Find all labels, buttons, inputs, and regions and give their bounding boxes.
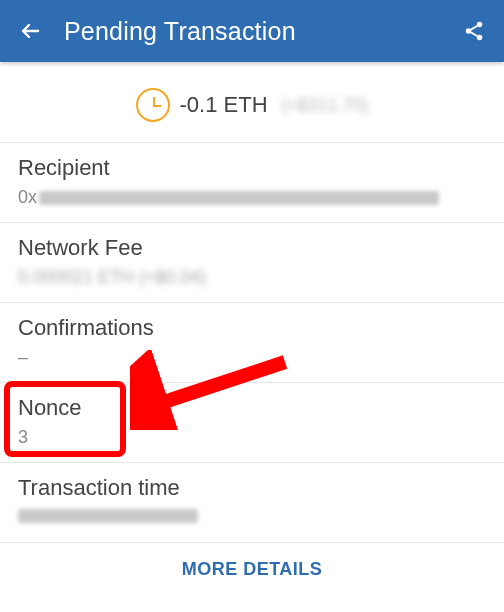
network-fee-value: 0.000021 ETH (≈$0.04)	[18, 267, 486, 288]
confirmations-label: Confirmations	[18, 315, 486, 341]
back-arrow-icon[interactable]	[16, 17, 44, 45]
page-title: Pending Transaction	[64, 17, 460, 46]
amount-fiat: (≈$311.70)	[282, 95, 369, 116]
section-nonce: Nonce 3	[0, 382, 504, 462]
transaction-time-value	[18, 507, 486, 528]
nonce-label: Nonce	[18, 395, 486, 421]
amount-row: -0.1 ETH (≈$311.70)	[0, 62, 504, 142]
pending-clock-icon	[136, 88, 170, 122]
share-icon[interactable]	[460, 17, 488, 45]
app-bar: Pending Transaction	[0, 0, 504, 62]
confirmations-value: –	[18, 347, 486, 368]
section-confirmations: Confirmations –	[0, 302, 504, 382]
svg-point-1	[466, 28, 472, 34]
nonce-value: 3	[18, 427, 486, 448]
recipient-label: Recipient	[18, 155, 486, 181]
svg-point-0	[477, 22, 483, 28]
more-details-button[interactable]: MORE DETAILS	[0, 542, 504, 588]
recipient-prefix: 0x	[18, 187, 37, 208]
recipient-address-blurred	[39, 191, 439, 205]
svg-point-2	[477, 35, 483, 40]
section-network-fee: Network Fee 0.000021 ETH (≈$0.04)	[0, 222, 504, 302]
section-transaction-time: Transaction time	[0, 462, 504, 542]
network-fee-label: Network Fee	[18, 235, 486, 261]
transaction-time-label: Transaction time	[18, 475, 486, 501]
amount-value: -0.1 ETH	[180, 92, 268, 118]
section-recipient: Recipient 0x	[0, 142, 504, 222]
recipient-value-row: 0x	[18, 187, 486, 208]
